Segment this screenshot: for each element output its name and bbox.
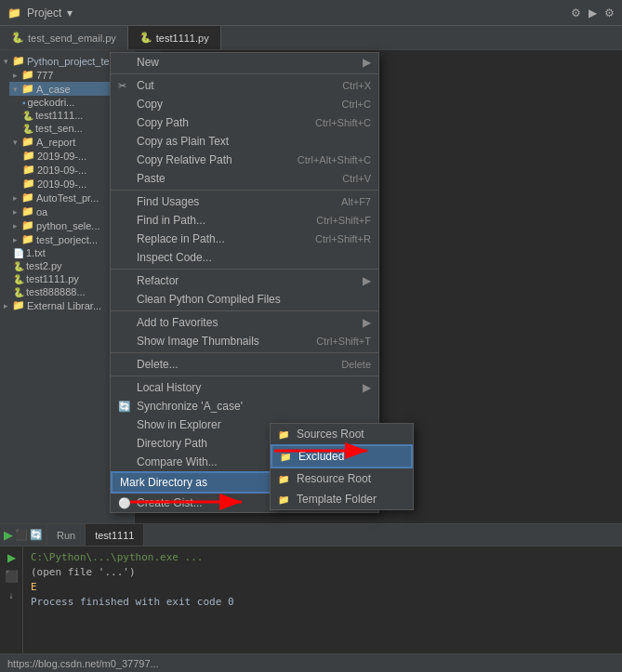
menu-separator	[111, 269, 378, 270]
py-icon: 🐍	[22, 111, 33, 121]
shortcut-label: Ctrl+X	[342, 80, 371, 91]
run-icon[interactable]: ▶	[589, 7, 597, 20]
menu-item-cut[interactable]: ✂ Cut Ctrl+X	[111, 76, 378, 95]
menu-item-replaceinpath[interactable]: Replace in Path... Ctrl+Shift+R	[111, 230, 378, 248]
submenu-item-sources[interactable]: 📁 Sources Root	[271, 424, 413, 444]
item-label: 777	[36, 70, 53, 81]
expand-arrow: ▾	[13, 85, 18, 94]
menu-label: Inspect Code...	[137, 251, 212, 264]
bottom-tabs: ▶ ⬛ 🔄 Run test1111	[0, 524, 622, 547]
bottom-tab-test1111[interactable]: test1111	[86, 524, 144, 546]
py-icon: 🐍	[13, 287, 24, 297]
arrow-icon: ▶	[363, 316, 371, 329]
submenu-label: Template Folder	[297, 493, 377, 506]
project-folder-icon: 📁	[12, 55, 25, 67]
menu-separator	[111, 352, 378, 353]
shortcut-label: Ctrl+Shift+T	[316, 336, 371, 347]
item-label: test1111.py	[26, 273, 79, 284]
expand-arrow: ▸	[4, 301, 8, 310]
tab-label2: test1111.py	[156, 33, 209, 44]
submenu-item-excluded[interactable]: 📁 Excluded	[271, 444, 413, 468]
py-icon: 🐍	[13, 274, 24, 284]
shortcut-label: Ctrl+V	[342, 173, 371, 184]
scroll-btn[interactable]: ↓	[2, 587, 20, 602]
submenu-item-resource[interactable]: 📁 Resource Root	[271, 468, 413, 489]
shortcut-label: Ctrl+Shift+F	[316, 215, 371, 226]
menu-item-copyplain[interactable]: Copy as Plain Text	[111, 132, 378, 151]
menu-item-paste[interactable]: Paste Ctrl+V	[111, 169, 378, 188]
folder-icon: 📁	[22, 164, 35, 176]
status-bar: https://blog.csdn.net/m0_37797...	[0, 653, 622, 672]
item-label: geckodri...	[28, 97, 75, 108]
menu-label: Find in Path...	[137, 214, 205, 227]
item-label: External Librar...	[27, 300, 101, 311]
tab-test1111[interactable]: 🐍 test1111.py	[128, 26, 221, 49]
menu-label: Add to Favorites	[137, 316, 218, 329]
menu-separator	[111, 376, 378, 376]
console-line-4: Process finished with exit code 0	[31, 595, 234, 610]
menu-label: Copy Path	[137, 116, 189, 129]
item-label: 2019-09-...	[37, 151, 86, 162]
shortcut-label: Ctrl+Alt+Shift+C	[298, 154, 371, 165]
dropdown-arrow[interactable]: ▾	[67, 7, 73, 20]
item-label: oa	[36, 206, 47, 217]
run-btn[interactable]: ▶	[2, 550, 20, 565]
menu-item-cleanpyc[interactable]: Clean Python Compiled Files	[111, 290, 378, 309]
project-title: Project	[27, 7, 61, 20]
console-line-2: (open file '...')	[31, 565, 234, 580]
menu-item-findusages[interactable]: Find Usages Alt+F7	[111, 192, 378, 211]
run-rerun-btn[interactable]: 🔄	[30, 529, 43, 541]
menu-label: Cut	[137, 79, 154, 92]
bottom-tab-run[interactable]: Run	[47, 524, 86, 546]
arrow-icon: ▶	[363, 274, 371, 287]
menu-item-addtofav[interactable]: Add to Favorites ▶	[111, 313, 378, 332]
menu-separator	[111, 310, 378, 311]
item-label: python_sele...	[36, 220, 100, 231]
menu-label: Refactor	[137, 274, 179, 287]
editor-tabs: 🐍 test_send_email.py 🐍 test1111.py	[0, 26, 622, 50]
item-label: test2.py	[26, 260, 62, 271]
tab-send-email[interactable]: 🐍 test_send_email.py	[0, 26, 128, 49]
py-file-icon: 🐍	[11, 32, 24, 44]
template-icon: 📁	[278, 494, 291, 505]
expand-arrow: ▾	[13, 138, 18, 147]
menu-item-showthumbs[interactable]: Show Image Thumbnails Ctrl+Shift+T	[111, 332, 378, 350]
stop-btn[interactable]: ⬛	[2, 569, 20, 584]
item-label: AutoTest_pr...	[36, 192, 99, 204]
item-label: test888888...	[26, 286, 86, 297]
menu-label: Compare With...	[137, 455, 218, 468]
menu-label: Clean Python Compiled Files	[137, 293, 281, 306]
run-play-btn[interactable]: ▶	[4, 528, 13, 542]
py-icon: 🐍	[13, 261, 24, 271]
expand-arrow: ▸	[13, 221, 18, 231]
menu-item-delete[interactable]: Delete... Delete	[111, 355, 378, 374]
run-stop-btn[interactable]: ⬛	[15, 529, 28, 541]
menu-label: Synchronize 'A_case'	[137, 400, 243, 413]
menu-item-copypath[interactable]: Copy Path Ctrl+Shift+C	[111, 113, 378, 132]
menu-item-new[interactable]: New ▶	[111, 53, 378, 72]
menu-item-inspectcode[interactable]: Inspect Code...	[111, 248, 378, 267]
title-bar: 📁 Project ▾ ⚙ ▶ ⚙	[0, 0, 622, 26]
item-label: test1111...	[35, 110, 83, 121]
menu-item-copy[interactable]: Copy Ctrl+C	[111, 95, 378, 113]
cut-icon: ✂	[118, 80, 126, 92]
item-label: Python_project_test	[27, 56, 117, 67]
config-icon[interactable]: ⚙	[604, 7, 615, 20]
menu-label: Copy	[137, 98, 163, 111]
menu-item-localhistory[interactable]: Local History ▶	[111, 378, 378, 397]
tab-label: test_send_email.py	[28, 33, 116, 44]
submenu-label: Resource Root	[297, 472, 371, 485]
settings-icon[interactable]: ⚙	[571, 7, 581, 20]
run-side-icons: ▶ ⬛ ↓	[0, 547, 23, 653]
submenu-item-template[interactable]: 📁 Template Folder	[271, 489, 413, 509]
item-label: 2019-09-...	[37, 178, 86, 190]
menu-separator	[111, 73, 378, 74]
project-label: 📁 Project ▾	[7, 7, 73, 20]
menu-label: Show Image Thumbnails	[137, 335, 259, 348]
folder-icon: 📁	[12, 299, 25, 311]
menu-item-sync[interactable]: 🔄 Synchronize 'A_case'	[111, 397, 378, 415]
menu-item-copyrel[interactable]: Copy Relative Path Ctrl+Alt+Shift+C	[111, 151, 378, 169]
menu-item-refactor[interactable]: Refactor ▶	[111, 271, 378, 290]
tab-label: test1111	[95, 530, 134, 541]
menu-item-findinpath[interactable]: Find in Path... Ctrl+Shift+F	[111, 211, 378, 230]
